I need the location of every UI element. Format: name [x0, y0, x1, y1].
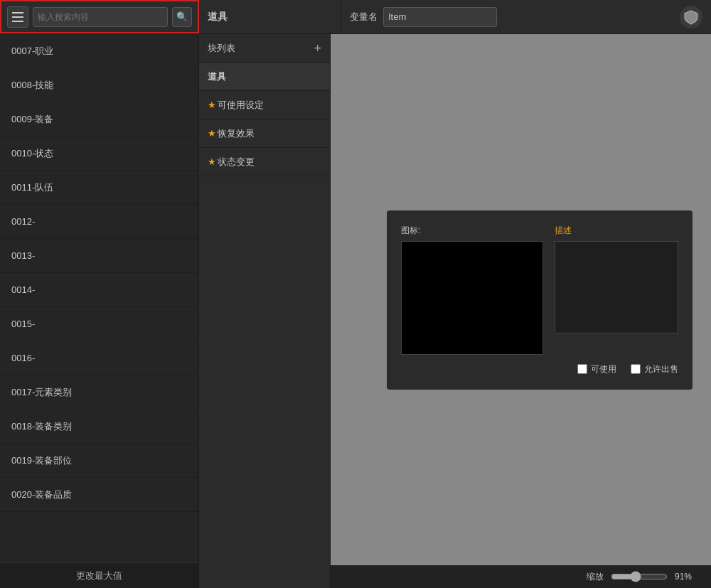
- nav-star-icon: ★: [208, 128, 216, 139]
- usable-checkbox[interactable]: [577, 364, 587, 374]
- nav-item-2[interactable]: ★恢复效果: [199, 119, 330, 148]
- nav-star-icon: ★: [208, 156, 216, 167]
- list-item[interactable]: 0018-装备类别: [0, 410, 198, 444]
- list-area[interactable]: 0007-职业0008-技能0009-装备0010-状态0011-队伍0012-…: [0, 34, 198, 562]
- nav-items: 道具★可使用设定★恢复效果★状态变更: [199, 63, 330, 176]
- block-list-title: 块列表: [208, 42, 235, 55]
- canvas-area[interactable]: 图标: 描述 可使用 允许出售: [331, 34, 711, 565]
- icon-section: 图标:: [401, 225, 543, 355]
- list-item[interactable]: 0008-技能: [0, 68, 198, 102]
- zoom-percent: 91%: [675, 572, 700, 582]
- icon-label: 图标:: [401, 225, 543, 237]
- sell-checkbox[interactable]: [631, 364, 641, 374]
- usable-checkbox-label[interactable]: 可使用: [577, 363, 616, 375]
- list-item[interactable]: 0012-: [0, 205, 198, 239]
- nav-star-icon: ★: [208, 100, 216, 110]
- list-item[interactable]: 0014-: [0, 273, 198, 307]
- left-panel: 0007-职业0008-技能0009-装备0010-状态0011-队伍0012-…: [0, 34, 199, 588]
- nav-item-label: 恢复效果: [218, 127, 255, 140]
- add-block-button[interactable]: +: [314, 42, 321, 55]
- search-input[interactable]: [33, 7, 168, 27]
- nav-item-3[interactable]: ★状态变更: [199, 148, 330, 176]
- list-item[interactable]: 0020-装备品质: [0, 478, 198, 512]
- right-panel: 图标: 描述 可使用 允许出售: [331, 34, 711, 588]
- search-area: 🔍: [0, 0, 199, 33]
- change-max-button[interactable]: 更改最大值: [0, 562, 198, 588]
- nav-item-label: 状态变更: [218, 156, 255, 169]
- header-tool-icon[interactable]: [680, 6, 702, 28]
- card-fields-row: 图标: 描述: [401, 225, 678, 355]
- status-bar: 缩放 91%: [331, 565, 711, 588]
- list-item[interactable]: 0013-: [0, 239, 198, 273]
- main-area: 0007-职业0008-技能0009-装备0010-状态0011-队伍0012-…: [0, 34, 711, 588]
- zoom-label: 缩放: [587, 571, 604, 583]
- list-item[interactable]: 0010-状态: [0, 137, 198, 171]
- block-list-header: 块列表 +: [199, 34, 330, 63]
- top-bar: 🔍 道具 变量名: [0, 0, 711, 34]
- list-item[interactable]: 0019-装备部位: [0, 444, 198, 478]
- desc-textarea[interactable]: [555, 241, 678, 333]
- nav-item-1[interactable]: ★可使用设定: [199, 91, 330, 119]
- varname-input[interactable]: [383, 7, 497, 27]
- current-type-label: 道具: [208, 11, 228, 23]
- mid-header: 道具: [199, 0, 341, 33]
- sell-label: 允许出售: [644, 363, 678, 375]
- search-button[interactable]: 🔍: [172, 7, 192, 27]
- list-item[interactable]: 0009-装备: [0, 102, 198, 137]
- usable-label: 可使用: [591, 363, 616, 375]
- desc-section: 描述: [555, 225, 678, 355]
- item-edit-card: 图标: 描述 可使用 允许出售: [387, 210, 693, 390]
- menu-button[interactable]: [7, 6, 28, 28]
- right-header: 变量名: [341, 0, 711, 33]
- list-item[interactable]: 0015-: [0, 307, 198, 341]
- list-item[interactable]: 0016-: [0, 341, 198, 375]
- zoom-slider[interactable]: [611, 571, 668, 582]
- icon-box[interactable]: [401, 241, 543, 355]
- nav-item-label: 可使用设定: [218, 99, 264, 112]
- card-checkboxes: 可使用 允许出售: [401, 363, 678, 375]
- mid-panel: 块列表 + 道具★可使用设定★恢复效果★状态变更: [199, 34, 331, 588]
- sell-checkbox-label[interactable]: 允许出售: [631, 363, 678, 375]
- nav-item-0[interactable]: 道具: [199, 63, 330, 91]
- list-item[interactable]: 0011-队伍: [0, 171, 198, 205]
- desc-label: 描述: [555, 225, 678, 237]
- list-item[interactable]: 0007-职业: [0, 34, 198, 68]
- varname-label: 变量名: [350, 11, 378, 23]
- list-item[interactable]: 0017-元素类别: [0, 375, 198, 410]
